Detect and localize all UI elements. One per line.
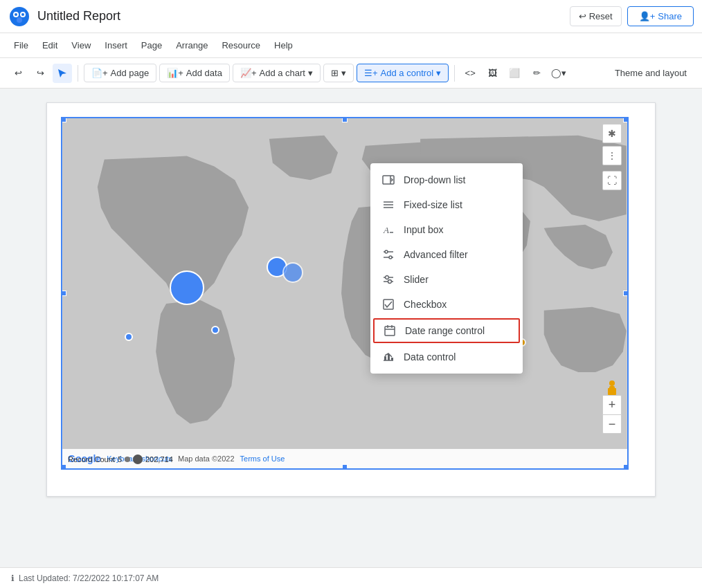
svg-rect-37 [384, 356, 386, 360]
divider-2 [454, 65, 455, 82]
map-menu-icon: ⋮ [602, 146, 622, 165]
date-range-icon [383, 324, 397, 338]
share-icon: 👤+ [639, 11, 656, 21]
input-box-option[interactable]: A Input box [370, 217, 523, 242]
map-pin-icon: ✱ [602, 124, 622, 143]
data-control-option[interactable]: Data control [370, 344, 523, 369]
control-icon: ☰+ [364, 68, 378, 78]
chevron-down-icon: ▾ [308, 68, 313, 78]
svg-point-30 [388, 280, 392, 284]
svg-point-22 [389, 256, 392, 259]
map-controls: ✱ ⋮ ⛶ [602, 124, 622, 190]
status-text: Last Updated: 7/22/2022 10:17:07 AM [19, 573, 159, 583]
reset-icon: ↩ [579, 11, 586, 21]
divider-1 [78, 65, 78, 82]
fixed-size-label: Fixed-size list [404, 199, 462, 210]
menu-page[interactable]: Page [136, 37, 168, 53]
menu-help[interactable]: Help [269, 37, 298, 53]
menu-edit[interactable]: Edit [37, 37, 63, 53]
menu-bar: File Edit View Insert Page Arrange Resou… [0, 33, 702, 58]
reset-button[interactable]: ↩ Reset [570, 6, 622, 26]
dropdown-icon [381, 173, 395, 187]
map-container: ✱ ⋮ ⛶ + − [61, 117, 629, 470]
map-svg [62, 118, 627, 468]
redo-button[interactable]: ↪ [30, 64, 50, 83]
map-pin-small-1 [211, 326, 219, 334]
date-range-label: Date range control [405, 325, 485, 336]
zoom-controls: + − [602, 395, 622, 434]
checkbox-option[interactable]: Checkbox [370, 292, 523, 317]
add-data-button[interactable]: 📊+ Add data [159, 64, 230, 82]
add-control-button[interactable]: ☰+ Add a control ▾ [357, 64, 449, 82]
dropdown-list-option[interactable]: Drop-down list [370, 167, 523, 192]
svg-rect-11 [613, 388, 616, 395]
data-control-label: Data control [404, 351, 456, 362]
dot-large [133, 454, 143, 464]
shapes-button[interactable]: ◯▾ [549, 64, 568, 83]
svg-point-0 [10, 7, 29, 26]
zoom-out-button[interactable]: − [602, 414, 622, 434]
svg-point-8 [609, 380, 615, 386]
svg-point-21 [385, 250, 388, 253]
input-box-icon: A [381, 223, 395, 237]
input-box-label: Input box [404, 224, 444, 235]
undo-button[interactable]: ↩ [8, 64, 28, 83]
menu-resource[interactable]: Resource [216, 37, 266, 53]
report-page: ✱ ⋮ ⛶ + − [46, 102, 656, 497]
record-count-value: 5 [118, 455, 122, 463]
chevron-down-icon-ctrl: ▾ [436, 68, 441, 78]
toolbar: ↩ ↪ 📄+ Add page 📊+ Add data 📈+ Add a cha… [0, 58, 702, 89]
map-pin-small-2 [125, 333, 133, 341]
status-bar: ℹ Last Updated: 7/22/2022 10:17:07 AM [0, 567, 702, 588]
svg-rect-10 [608, 388, 611, 395]
canvas-area: ✱ ⋮ ⛶ + − [0, 89, 702, 567]
slider-icon [381, 273, 395, 286]
title-bar: Untitled Report ↩ Reset 👤+ Share [0, 0, 702, 33]
code-button[interactable]: <> [460, 64, 480, 83]
record-count-large: 202,714 [145, 455, 173, 463]
svg-rect-39 [391, 358, 393, 360]
grid-button[interactable]: ⊞ ▾ [323, 64, 354, 82]
advanced-filter-option[interactable]: Advanced filter [370, 242, 523, 267]
add-data-icon: 📊+ [167, 68, 183, 78]
advanced-filter-label: Advanced filter [404, 249, 468, 260]
data-control-icon [381, 350, 395, 364]
pointer-tool[interactable] [53, 64, 72, 83]
svg-rect-32 [385, 327, 395, 336]
menu-view[interactable]: View [66, 37, 96, 53]
date-range-option[interactable]: Date range control [373, 318, 520, 343]
image-button[interactable]: 🖼 [483, 64, 502, 83]
map-pin-large [170, 270, 204, 305]
svg-point-5 [21, 13, 24, 16]
zoom-in-button[interactable]: + [602, 395, 622, 414]
terms-text[interactable]: Terms of Use [240, 454, 285, 463]
dropdown-list-label: Drop-down list [404, 174, 465, 185]
fullscreen-button[interactable]: ⛶ [602, 171, 622, 190]
menu-file[interactable]: File [8, 37, 34, 53]
theme-layout-button[interactable]: Theme and layout [608, 64, 694, 82]
slider-option[interactable]: Slider [370, 267, 523, 292]
svg-point-29 [386, 276, 389, 279]
menu-insert[interactable]: Insert [99, 37, 133, 53]
advanced-filter-icon [381, 248, 395, 261]
svg-point-3 [17, 17, 22, 23]
map-pin-medium-2 [282, 262, 303, 283]
fixed-size-list-option[interactable]: Fixed-size list [370, 192, 523, 217]
add-chart-icon: 📈+ [240, 68, 257, 78]
info-icon: ℹ [11, 573, 15, 583]
svg-text:A: A [383, 225, 389, 235]
add-page-button[interactable]: 📄+ Add page [84, 64, 156, 82]
dot-small [125, 457, 130, 462]
add-chart-button[interactable]: 📈+ Add a chart ▾ [233, 64, 321, 82]
add-page-icon: 📄+ [91, 68, 108, 78]
record-count-label: Record Count [68, 455, 115, 463]
menu-arrange[interactable]: Arrange [170, 37, 213, 53]
grid-icon: ⊞ [331, 68, 339, 78]
crop-button[interactable]: ⬜ [505, 64, 524, 83]
record-count-area: Record Count 5 202,714 [68, 454, 173, 464]
svg-point-4 [15, 13, 17, 16]
pen-button[interactable]: ✏ [527, 64, 546, 83]
app-logo [8, 6, 30, 28]
share-button[interactable]: 👤+ Share [627, 6, 694, 26]
map-data-text: Map data ©2022 [178, 454, 235, 463]
